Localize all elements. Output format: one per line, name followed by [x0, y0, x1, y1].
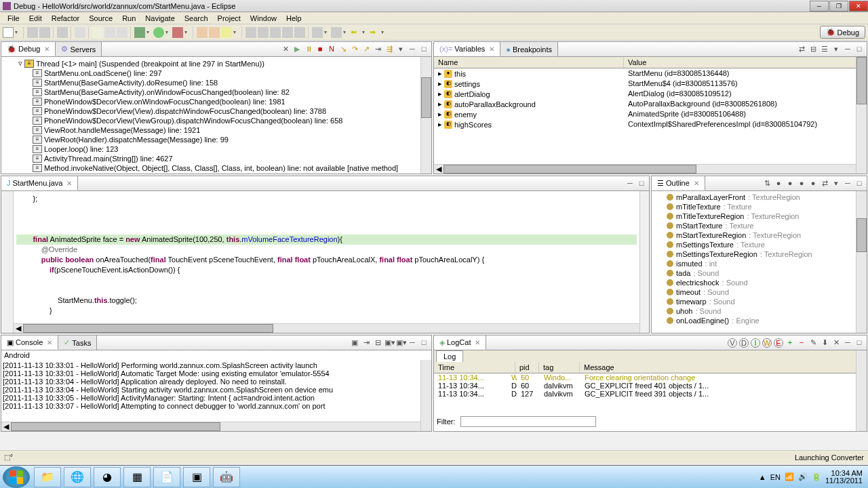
tray-time[interactable]: 10:34 AM — [825, 470, 863, 477]
scrollbar[interactable] — [856, 350, 867, 431]
task-app3[interactable]: ▣ — [183, 467, 210, 487]
menu-project[interactable]: Project — [213, 13, 245, 24]
edit-icon[interactable]: ✎ — [808, 338, 818, 348]
annotation-icon[interactable] — [245, 27, 256, 38]
view-menu-icon[interactable]: ▾ — [831, 45, 841, 54]
d-icon[interactable]: D — [739, 338, 749, 348]
new-class-icon[interactable] — [209, 27, 220, 38]
link-icon[interactable]: ⇄ — [820, 179, 829, 188]
maximize-button[interactable]: ❐ — [829, 1, 848, 12]
stack-frame[interactable]: ≡Looper.loop() line: 123 — [3, 144, 430, 154]
menu-edit[interactable]: Edit — [24, 13, 47, 24]
task-eclipse[interactable]: ◕ — [94, 467, 121, 487]
terminate-icon[interactable]: ■ — [315, 45, 325, 54]
remove-icon[interactable]: ✕ — [281, 45, 290, 54]
back-icon[interactable]: ⬅ — [350, 27, 361, 38]
menu-search[interactable]: Search — [180, 13, 213, 24]
close-icon[interactable]: ✕ — [44, 45, 50, 53]
menu-help[interactable]: Help — [281, 13, 307, 24]
outline-item[interactable]: mStartTextureRegion : TextureRegion — [652, 230, 867, 240]
display-icon[interactable]: ▣▾ — [384, 338, 394, 348]
perspective-switcher[interactable]: 🐞 Debug — [820, 26, 865, 39]
tray-network-icon[interactable]: 📶 — [785, 472, 794, 481]
task-chrome[interactable]: 🌐 — [64, 467, 91, 487]
scrollbar[interactable] — [856, 57, 867, 174]
minimize-icon[interactable]: ─ — [843, 338, 852, 348]
filter3-icon[interactable]: ● — [797, 179, 806, 188]
tab-logcat[interactable]: ◈ LogCat ✕ — [434, 336, 486, 350]
stack-frame[interactable]: ≡ActivityThread.main(String[]) line: 462… — [3, 154, 430, 163]
editor[interactable]: }; final AnimatedSprite face = new Anima… — [1, 191, 649, 333]
maximize-icon[interactable]: □ — [637, 179, 646, 188]
log-subtab[interactable]: Log — [436, 350, 463, 362]
menu-refactor[interactable]: Refactor — [47, 13, 85, 24]
menu-navigate[interactable]: Navigate — [140, 13, 179, 24]
scrollbar[interactable] — [420, 57, 431, 174]
pin-icon[interactable]: ⊟ — [373, 338, 382, 348]
minimize-icon[interactable]: ─ — [625, 179, 635, 188]
add-icon[interactable]: + — [785, 338, 795, 348]
tab-outline[interactable]: ☰ Outline ✕ — [652, 176, 705, 190]
tab-breakpoints[interactable]: ● Breakpoints — [500, 42, 558, 56]
outline-item[interactable]: tada : Sound — [652, 268, 867, 278]
tray-sound-icon[interactable]: 🔊 — [798, 472, 808, 481]
nav-icon[interactable] — [312, 27, 323, 38]
editor-tab[interactable]: J StartMenu.java ✕ — [1, 176, 78, 190]
filter-input[interactable] — [460, 416, 596, 427]
outline-item[interactable]: mTitleTexture : Texture — [652, 202, 867, 211]
debug-icon[interactable] — [134, 27, 145, 38]
drop-frame-icon[interactable]: ⇥ — [373, 45, 382, 54]
close-button[interactable]: ✕ — [849, 1, 868, 12]
outline-item[interactable]: mStartTexture : Texture — [652, 221, 867, 230]
task-explorer[interactable]: 📁 — [34, 467, 61, 487]
save-all-icon[interactable] — [39, 27, 50, 38]
forward-icon[interactable]: ➡ — [369, 27, 380, 38]
tray-flag-icon[interactable]: ▲ — [759, 473, 766, 481]
annotation4-icon[interactable] — [282, 27, 293, 38]
close-icon[interactable]: ✕ — [47, 339, 52, 346]
col-time[interactable]: Time — [434, 362, 515, 373]
tray-date[interactable]: 11/13/2011 — [825, 477, 863, 485]
step-filter-icon[interactable]: ⇶ — [384, 45, 394, 54]
var-row[interactable]: ▸◐autoParallaxBackgroundAutoParallaxBack… — [434, 99, 867, 109]
outline-item[interactable]: ismuted : int — [652, 259, 867, 268]
maximize-icon[interactable]: □ — [854, 45, 864, 54]
task-android[interactable]: 🤖 — [213, 467, 240, 487]
thread-header[interactable]: ▿ ≡Thread [<1> main] (Suspended (breakpo… — [3, 58, 430, 68]
close-icon[interactable]: ✕ — [475, 339, 480, 346]
scrollbar[interactable] — [420, 360, 431, 431]
overview-ruler[interactable] — [639, 191, 649, 333]
stack-frame[interactable]: ≡Method.invokeNative(Object, Object[], C… — [3, 163, 430, 173]
drop-icon[interactable]: ▾ — [146, 29, 152, 35]
outline-item[interactable]: mParallaxLayerFront : TextureRegion — [652, 192, 867, 202]
scroll-icon[interactable]: ⇥ — [361, 338, 371, 348]
minimize-icon[interactable]: ─ — [843, 45, 852, 54]
nav2-icon[interactable] — [331, 27, 342, 38]
close-icon[interactable]: ✕ — [66, 180, 72, 187]
drop-icon[interactable]: ▾ — [15, 29, 20, 35]
task-app1[interactable]: ▦ — [123, 467, 151, 487]
close-icon[interactable]: ✕ — [489, 45, 494, 53]
tool-icon[interactable] — [104, 27, 115, 38]
open-icon[interactable]: ▣▾ — [396, 338, 406, 348]
outline-item[interactable]: mSettingsTextureRegion : TextureRegion — [652, 249, 867, 259]
var-row[interactable]: ▸◐highScoresContextImpl$SharedPreference… — [434, 119, 867, 129]
var-row[interactable]: ▸◐settingsStartMenu$4 (id=830085113576) — [434, 79, 867, 89]
filter4-icon[interactable]: ● — [808, 179, 818, 188]
stack-frame[interactable]: ≡PhoneWindow$DecorView.onWindowFocusChan… — [3, 97, 430, 106]
disconnect-icon[interactable]: N — [327, 45, 336, 54]
drop-icon[interactable]: ▾ — [184, 29, 190, 35]
drop-icon[interactable]: ▾ — [381, 29, 387, 35]
start-button[interactable] — [3, 466, 30, 488]
step-return-icon[interactable]: ↗ — [361, 45, 371, 54]
step-into-icon[interactable]: ↘ — [338, 45, 348, 54]
col-value[interactable]: Value — [624, 57, 867, 68]
var-row[interactable]: ▸◐enemyAnimatedSprite (id=830085106488) — [434, 109, 867, 119]
menu-run[interactable]: Run — [117, 13, 140, 24]
build-icon[interactable] — [75, 27, 85, 38]
external-icon[interactable] — [172, 27, 183, 38]
filter2-icon[interactable]: ● — [785, 179, 795, 188]
logcat-row[interactable]: 11-13 10:34...W60Windo...Force clearing … — [434, 373, 867, 382]
w-icon[interactable]: W — [762, 338, 772, 348]
stack-frame[interactable]: ≡PhoneWindow$DecorView(ViewGroup).dispat… — [3, 116, 430, 125]
